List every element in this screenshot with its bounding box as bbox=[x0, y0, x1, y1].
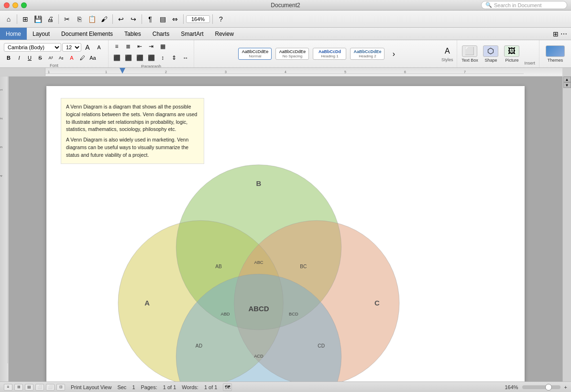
font-shrink-btn[interactable]: A bbox=[94, 42, 104, 53]
window-title: Document2 bbox=[271, 2, 300, 9]
decrease-indent-btn[interactable]: ⇤ bbox=[134, 41, 145, 52]
ribbon-font-section: Cambria (Body) 12 A A B I U S A² A₂ A 🖊 … bbox=[0, 40, 109, 67]
status-view-icons[interactable]: ≡ ⊞ ▤ ⬜ ⬜ ⊡ bbox=[4, 384, 65, 391]
align-center-btn[interactable]: ⬛ bbox=[123, 53, 133, 63]
underline-btn[interactable]: U bbox=[25, 54, 34, 62]
label-c: C bbox=[374, 299, 380, 307]
ribbon-paragraph-section: ≡ ≣ ⇤ ⇥ ▦ ⬛ ⬛ ⬛ ⬛ ↕ ⇕ ↔ Paragraph bbox=[109, 40, 194, 67]
left-ruler: 1 2 3 4 bbox=[0, 76, 9, 381]
label-acd: ACD bbox=[254, 354, 264, 359]
page-area[interactable]: A Venn Diagram is a diagram that shows a… bbox=[9, 76, 562, 381]
expand-icon[interactable]: ⊞ bbox=[553, 30, 559, 38]
menu-layout[interactable]: Layout bbox=[27, 28, 55, 40]
search-area[interactable]: 🔍 Search in Document bbox=[481, 1, 567, 9]
border-btn[interactable]: ▦ bbox=[157, 41, 168, 52]
window-controls[interactable] bbox=[4, 2, 27, 8]
styles-more-btn[interactable]: › bbox=[388, 49, 399, 59]
insert-picture[interactable]: 🖼 Picture bbox=[503, 45, 520, 63]
toolbar-sep-5 bbox=[183, 14, 184, 24]
font-size-select[interactable]: 12 bbox=[62, 43, 81, 52]
map-icon[interactable]: 🗺 bbox=[223, 383, 232, 391]
close-button[interactable] bbox=[4, 2, 10, 8]
cut-icon[interactable]: ✂ bbox=[61, 13, 73, 25]
list-number-btn[interactable]: ≣ bbox=[123, 41, 133, 52]
para-spacing-btn[interactable]: ⇕ bbox=[169, 53, 179, 63]
style-heading2[interactable]: AaBbCcDdEe Heading 2 bbox=[350, 48, 384, 60]
italic-btn[interactable]: I bbox=[14, 54, 24, 62]
ribbon-themes-section: Themes bbox=[539, 40, 571, 67]
help-icon[interactable]: ? bbox=[215, 13, 227, 25]
svg-text:6: 6 bbox=[404, 70, 406, 74]
right-scrollbar[interactable]: ▲ ▼ bbox=[562, 76, 571, 381]
svg-text:2: 2 bbox=[0, 118, 3, 120]
themes-label: Themes bbox=[548, 58, 563, 63]
view-icon-3[interactable]: ▤ bbox=[25, 384, 33, 391]
menu-right-controls[interactable]: ⊞ ⋯ bbox=[553, 30, 571, 38]
table-icon[interactable]: ⊞ bbox=[20, 13, 31, 25]
change-styles-btn[interactable]: A bbox=[442, 46, 452, 56]
styles-section-label: Styles bbox=[441, 56, 453, 62]
maximize-button[interactable] bbox=[21, 2, 27, 8]
view-icon-4[interactable]: ⬜ bbox=[35, 384, 44, 391]
menu-home[interactable]: Home bbox=[0, 28, 27, 40]
svg-text:1: 1 bbox=[0, 89, 3, 91]
highlight-btn[interactable]: 🖊 bbox=[77, 54, 87, 62]
search-box[interactable]: 🔍 Search in Document bbox=[481, 1, 567, 9]
copy-icon[interactable]: ⎘ bbox=[74, 13, 85, 25]
view-icon-5[interactable]: ⬜ bbox=[46, 384, 55, 391]
font-grow-btn[interactable]: A bbox=[82, 42, 93, 53]
redo-icon[interactable]: ↪ bbox=[128, 13, 139, 25]
save-icon[interactable]: 💾 bbox=[32, 13, 44, 25]
view-icon-6[interactable]: ⊡ bbox=[56, 384, 65, 391]
style-no-spacing[interactable]: AaBbCcDdEe No Spacing bbox=[275, 48, 309, 60]
ruler-main[interactable]: 1 1 2 3 4 5 6 7 bbox=[45, 68, 562, 76]
menu-bar: Home Layout Document Elements Tables Cha… bbox=[0, 28, 571, 40]
paragraph-section-label: Paragraph bbox=[111, 63, 191, 68]
paragraph-icon[interactable]: ¶ bbox=[144, 13, 156, 25]
print-icon[interactable]: 🖨 bbox=[44, 13, 56, 25]
label-b: B bbox=[256, 179, 262, 187]
undo-icon[interactable]: ↩ bbox=[115, 13, 127, 25]
text-direction-btn[interactable]: ↔ bbox=[180, 53, 191, 63]
ruler-left-margin bbox=[0, 68, 45, 76]
menu-document-elements[interactable]: Document Elements bbox=[55, 28, 119, 40]
subscript-btn[interactable]: A₂ bbox=[56, 54, 66, 62]
zoom-level[interactable]: 164% bbox=[186, 15, 210, 23]
style-heading1[interactable]: AaBbCcDd Heading 1 bbox=[313, 48, 346, 60]
more-icon[interactable]: ⋯ bbox=[560, 30, 567, 38]
menu-charts[interactable]: Charts bbox=[147, 28, 175, 40]
label-ad: AD bbox=[196, 343, 202, 348]
menu-review[interactable]: Review bbox=[209, 28, 239, 40]
layout-icon[interactable]: ▤ bbox=[157, 13, 168, 25]
mirror-icon[interactable]: ⇔ bbox=[169, 13, 181, 25]
bold-btn[interactable]: B bbox=[4, 54, 13, 62]
home-icon[interactable]: ⌂ bbox=[3, 13, 14, 25]
line-spacing-btn[interactable]: ↕ bbox=[157, 53, 168, 63]
style-normal[interactable]: AaBbCcDdEe Normal bbox=[238, 48, 272, 60]
superscript-btn[interactable]: A² bbox=[46, 54, 55, 62]
strikethrough-btn[interactable]: S bbox=[35, 54, 45, 62]
zoom-slider[interactable] bbox=[522, 385, 560, 389]
paste-icon[interactable]: 📋 bbox=[86, 13, 98, 25]
menu-smartart[interactable]: SmartArt bbox=[175, 28, 209, 40]
insert-textbox[interactable]: ⬜ Text Box bbox=[461, 45, 478, 63]
format-paint-icon[interactable]: 🖌 bbox=[99, 13, 110, 25]
list-bullet-btn[interactable]: ≡ bbox=[111, 41, 122, 52]
zoom-slider-thumb[interactable] bbox=[545, 384, 552, 391]
align-justify-btn[interactable]: ⬛ bbox=[146, 53, 156, 63]
clear-format-btn[interactable]: Aa bbox=[88, 54, 98, 62]
zoom-in-btn[interactable]: + bbox=[564, 384, 567, 390]
increase-indent-btn[interactable]: ⇥ bbox=[146, 41, 156, 52]
menu-tables[interactable]: Tables bbox=[119, 28, 147, 40]
align-right-btn[interactable]: ⬛ bbox=[134, 53, 145, 63]
minimize-button[interactable] bbox=[12, 2, 18, 8]
insert-shape[interactable]: ⬡ Shape bbox=[482, 45, 499, 63]
align-left-btn[interactable]: ⬛ bbox=[111, 53, 122, 63]
toolbar-sep-2 bbox=[58, 14, 59, 24]
themes-icon bbox=[546, 45, 565, 57]
font-name-select[interactable]: Cambria (Body) bbox=[4, 43, 61, 52]
themes-button[interactable]: Themes bbox=[543, 45, 567, 63]
view-icon-2[interactable]: ⊞ bbox=[14, 384, 23, 391]
font-color-btn[interactable]: A bbox=[67, 54, 77, 62]
label-abd: ABD bbox=[220, 312, 230, 316]
